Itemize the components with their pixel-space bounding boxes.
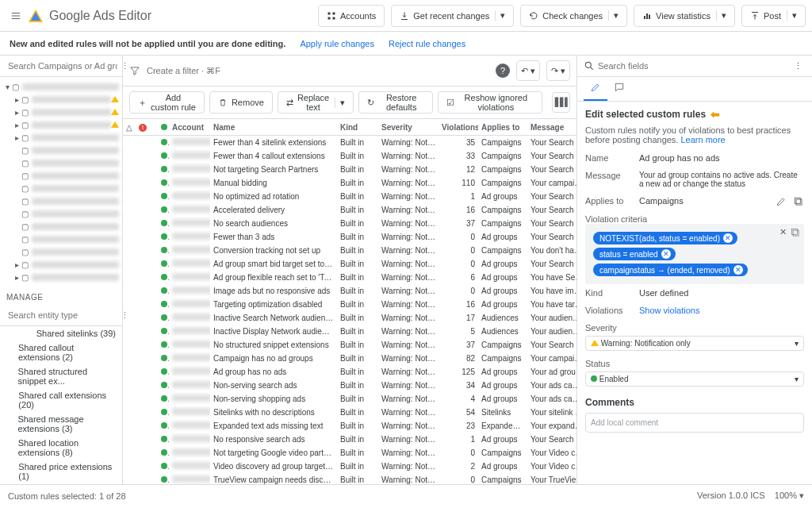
reshow-button[interactable]: ☑Reshow ignored violations <box>438 91 542 114</box>
table-row[interactable]: No structured snippet extensionsBuilt in… <box>123 338 576 352</box>
table-row[interactable]: Video discovery ad group targeting...Bui… <box>123 460 576 473</box>
view-stats-button[interactable]: View statistics ▾ <box>634 5 735 27</box>
comment-input[interactable]: Add local comment <box>585 413 804 433</box>
chip-remove-icon[interactable]: ✕ <box>661 249 671 259</box>
table-row[interactable]: Non-serving search adsBuilt inWarning: N… <box>123 379 576 392</box>
table-row[interactable]: Targeting optimization disabledBuilt inW… <box>123 298 576 311</box>
ads-logo-icon <box>29 8 44 24</box>
rule-name-field[interactable]: Ad group has no ads <box>639 153 804 163</box>
edit-tab[interactable] <box>584 77 607 101</box>
comments-header: Comments <box>585 397 804 408</box>
table-row[interactable]: TrueView campaign needs discov...Built i… <box>123 473 576 484</box>
manage-header: MANAGE <box>0 287 122 305</box>
fields-search-input[interactable] <box>598 61 787 71</box>
table-row[interactable]: Conversion tracking not set upBuilt inWa… <box>123 244 576 257</box>
chevron-down-icon[interactable]: ▾ <box>716 10 726 21</box>
panel-description: Custom rules notify you of violations to… <box>585 125 804 144</box>
column-header[interactable] <box>147 119 158 136</box>
entity-item[interactable]: Shared call extensions (20) <box>0 388 122 412</box>
remove-button[interactable]: Remove <box>209 91 273 114</box>
pencil-icon[interactable] <box>776 196 787 207</box>
criteria-chip[interactable]: campaignstatus → (ended, removed)✕ <box>593 264 748 276</box>
criteria-chip[interactable]: NOTEXIST(ads, status = enabled)✕ <box>593 232 737 244</box>
version-label: Version 1.0.0 ICS <box>697 491 765 500</box>
help-icon[interactable]: ? <box>496 64 510 78</box>
table-row[interactable]: Ad group has no adsBuilt inWarning: Noti… <box>123 365 576 379</box>
table-row[interactable]: No search audiencesBuilt inWarning: Noti… <box>123 217 576 230</box>
entity-item[interactable]: Shared callout extensions (2) <box>0 341 122 364</box>
rule-message-field[interactable]: Your ad group contains no active ads. Cr… <box>639 171 804 188</box>
entity-item[interactable]: Shared price extensions (1) <box>0 460 122 483</box>
column-header[interactable]: Kind <box>337 119 378 136</box>
campaign-search-input[interactable] <box>8 61 117 71</box>
entity-item[interactable]: Shared structured snippet ex... <box>0 364 122 388</box>
entity-item[interactable]: Shared sitelinks (39) <box>0 326 122 341</box>
column-header[interactable]: Name <box>210 119 337 136</box>
hamburger-icon[interactable] <box>6 6 25 25</box>
show-violations-link[interactable]: Show violations <box>639 306 699 315</box>
chip-remove-icon[interactable]: ✕ <box>733 265 743 275</box>
column-header[interactable]: △ <box>123 119 136 136</box>
criteria-chip[interactable]: status = enabled✕ <box>593 248 676 260</box>
column-header[interactable] <box>158 119 169 136</box>
column-header[interactable]: Severity <box>378 119 439 136</box>
learn-more-link[interactable]: Learn more <box>680 135 725 144</box>
check-changes-button[interactable]: Check changes ▾ <box>520 5 627 27</box>
applies-to-field[interactable]: Campaigns <box>639 196 769 207</box>
chevron-down-icon[interactable]: ▾ <box>787 10 797 21</box>
column-header[interactable]: ! <box>136 119 147 136</box>
accounts-button[interactable]: Accounts <box>318 5 385 27</box>
chevron-down-icon[interactable]: ▾ <box>495 10 505 21</box>
table-row[interactable]: Fewer than 4 sitelink extensionsBuilt in… <box>123 136 576 150</box>
column-header[interactable]: Message <box>527 119 576 136</box>
entity-item[interactable]: Shared app extensions (6) <box>0 483 122 484</box>
table-row[interactable]: Sitelinks with no descriptionsBuilt inWa… <box>123 406 576 419</box>
table-row[interactable]: Not targeting Search PartnersBuilt inWar… <box>123 163 576 176</box>
table-row[interactable]: No optimized ad rotationBuilt inWarning:… <box>123 190 576 203</box>
table-row[interactable]: Ad group smart bid target set to 'Ta...B… <box>123 257 576 271</box>
columns-button[interactable] <box>552 92 570 113</box>
table-row[interactable]: Inactive Search Network audienc...Built … <box>123 311 576 325</box>
entity-item[interactable]: Shared message extensions (3) <box>0 412 122 436</box>
close-icon[interactable]: ✕ <box>779 227 787 238</box>
table-row[interactable]: Fewer than 4 callout extensionsBuilt inW… <box>123 149 576 163</box>
zoom-control[interactable]: 100% ▾ <box>775 491 804 500</box>
column-header[interactable]: Violations <box>439 119 478 136</box>
chip-remove-icon[interactable]: ✕ <box>723 233 733 243</box>
entity-item[interactable]: Shared location extensions (8) <box>0 436 122 460</box>
table-row[interactable]: Manual biddingBuilt inWarning: Notif...1… <box>123 176 576 190</box>
table-row[interactable]: No responsive search adsBuilt inWarning:… <box>123 433 576 446</box>
table-row[interactable]: Campaign has no ad groupsBuilt inWarning… <box>123 352 576 365</box>
svg-rect-5 <box>646 13 648 19</box>
table-row[interactable]: Inactive Display Network audienc...Built… <box>123 325 576 338</box>
filter-input[interactable] <box>147 66 489 75</box>
table-row[interactable]: Fewer than 3 adsBuilt inWarning: Notif..… <box>123 230 576 244</box>
redo-button[interactable]: ↷ ▾ <box>546 60 570 81</box>
undo-button[interactable]: ↶ ▾ <box>516 60 540 81</box>
more-icon[interactable]: ⋮ <box>791 61 806 71</box>
table-row[interactable]: Expanded text ads missing textBuilt inWa… <box>123 419 576 433</box>
left-sidebar: ⋮ ▾▢ ▸▢ ▸▢ ▸▢ ▸▢ ▢ ▢ ▢ ▢ ▢ ▢ ▢ ▢ ▢ ▸▢ ▸▢… <box>0 56 123 484</box>
table-row[interactable]: Accelerated deliveryBuilt inWarning: Not… <box>123 203 576 217</box>
table-row[interactable]: Non-serving shopping adsBuilt inWarning:… <box>123 392 576 406</box>
selection-status: Custom rules selected: 1 of 28 <box>8 491 126 501</box>
entity-search-input[interactable] <box>8 310 117 320</box>
replace-button[interactable]: ⇄Replace text▾ <box>278 91 354 114</box>
apply-rules-link[interactable]: Apply rule changes <box>300 39 374 48</box>
severity-select[interactable]: Warning: Notification only▾ <box>585 336 804 351</box>
column-header[interactable]: Applies to <box>478 119 527 136</box>
table-row[interactable]: Ad group flexible reach set to 'Targ...B… <box>123 271 576 284</box>
comment-tab[interactable] <box>607 77 631 101</box>
copy-icon[interactable] <box>793 196 804 207</box>
reject-rules-link[interactable]: Reject rule changes <box>389 39 465 48</box>
copy-icon[interactable] <box>790 227 801 238</box>
status-select[interactable]: Enabled▾ <box>585 371 804 387</box>
get-changes-button[interactable]: Get recent changes ▾ <box>391 5 514 27</box>
table-row[interactable]: Image ads but no responsive adsBuilt inW… <box>123 284 576 298</box>
chevron-down-icon[interactable]: ▾ <box>608 10 619 21</box>
add-rule-button[interactable]: ＋Add custom rule <box>129 91 205 114</box>
post-button[interactable]: Post ▾ <box>741 5 806 27</box>
column-header[interactable]: Account <box>169 119 210 136</box>
table-row[interactable]: Not targeting Google video partne...Buil… <box>123 446 576 460</box>
restore-button[interactable]: ↻Restore defaults <box>358 91 433 114</box>
